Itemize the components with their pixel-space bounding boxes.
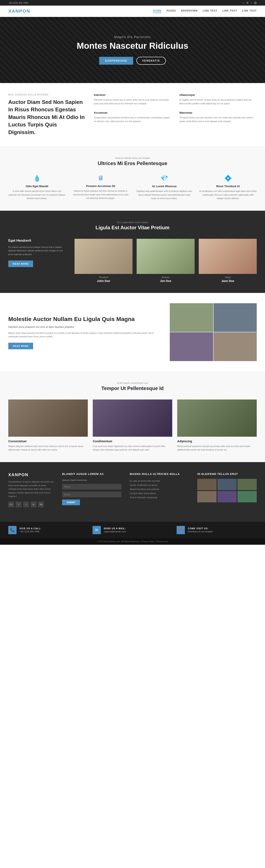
team-read-more-button[interactable]: READ MORE	[8, 260, 33, 267]
portfolio-item-3: Adipiscing Morbi pulvinar praesent susci…	[177, 400, 257, 452]
footer-link-3[interactable]: Aliquet faucibus sed vehicula	[130, 487, 189, 491]
feature-2-text: Mauris et turpis quisque elit enim lacin…	[72, 189, 130, 200]
footer-thumb-5	[217, 491, 237, 502]
intro-block-3: Ullamcorper In sagittis vel est donec co…	[180, 93, 257, 105]
bottom-phone-label: Give Us A Call:	[20, 527, 42, 530]
feature-1-title: Odio Eget Blandit	[8, 185, 66, 188]
portfolio-grid: Consectetuer Magna aliquam eleifend odio…	[8, 400, 257, 452]
footer-link-4[interactable]: Congue diam fusce takius	[130, 491, 189, 495]
intro-block-3-text: In sagittis vel est donec congue pede eu…	[180, 98, 257, 105]
team-member-2: Aenean Jim Doe	[137, 239, 194, 283]
logo-text: XANPON	[8, 8, 30, 13]
hero-content: Magnis Dis Parturient Montes Nascetur Ri…	[77, 35, 188, 65]
portfolio-item-2: Condimentum Cras sed nunc etiam dignissi…	[93, 400, 172, 452]
footer-social: G+ f t in Nk	[8, 501, 54, 507]
team-info-heading: Eget Hendrerit	[8, 239, 66, 243]
footer: XANPON Consectetuer et ipsum aliquam est…	[0, 462, 265, 522]
social-linkedin[interactable]: in	[31, 501, 36, 507]
about-img-2	[214, 303, 257, 332]
nav-link2[interactable]: LINK TEXT	[222, 9, 237, 13]
footer-link-5[interactable]: Vivit at interdum consequat	[130, 495, 189, 499]
about-read-more-button[interactable]: READ MORE	[8, 343, 33, 349]
team-member-3-role: Turpis	[199, 276, 257, 278]
power-icon[interactable]: ⏻	[254, 1, 257, 4]
portfolio-item-1-title: Consectetuer	[8, 440, 88, 443]
feature-1-icon: 💧	[8, 175, 66, 182]
nav-link3[interactable]: LINK TEXT	[242, 9, 257, 13]
nav-pages[interactable]: PAGES	[166, 9, 176, 13]
footer-email-input[interactable]	[62, 492, 122, 497]
home-icon[interactable]: ⌂	[242, 1, 244, 4]
about-left: Molestie Auctor Nullam Eu Ligula Quis Ma…	[8, 315, 159, 349]
team-member-1-image	[75, 239, 132, 274]
footer-thumb-6	[237, 491, 257, 502]
bottom-location: 📍 Come Visit Us: Directions to our locat…	[177, 526, 257, 534]
features-title: Ultrices Mi Eros Pellentesque	[8, 160, 257, 166]
footer-submit-button[interactable]: SUBMIT	[62, 499, 80, 505]
intro-section: Mus Sodales Nulla Integer Auctor Diam Se…	[0, 83, 265, 147]
volume-icon[interactable]: ♪	[251, 1, 252, 4]
feature-2-title: Posuere Accumsan Sit	[72, 184, 130, 188]
portfolio-img-3	[177, 400, 257, 437]
hero-btn-primary[interactable]: SUSPENDISSE	[99, 57, 133, 65]
intro-block-2-title: Accumsan	[94, 111, 171, 114]
footer-thumbnails	[197, 479, 257, 502]
social-nk[interactable]: Nk	[38, 501, 44, 507]
about-img-4	[214, 332, 257, 361]
footer-link-2[interactable]: Iaculis vestibulum eu ipsum	[130, 483, 189, 487]
portfolio-img-2	[93, 400, 172, 437]
footer-links-title: Magna Nulla Ultricies Nulla	[130, 472, 189, 475]
gear-icon[interactable]: ⚙	[246, 1, 249, 4]
bottom-location-content: Come Visit Us: Directions to our locatio…	[188, 527, 213, 533]
team-member-3-name: Jane Doe	[199, 279, 257, 283]
hero-section: Magnis Dis Parturient Montes Nascetur Ri…	[0, 17, 265, 83]
intro-right-1: Interdum Placerat mi ipsum ornare dui id…	[94, 93, 171, 136]
bottom-phone-content: Give Us A Call: +90 (123) 456-7890	[20, 527, 42, 533]
footer-thumb-4	[197, 491, 216, 502]
team-member-1-name: John Doe	[75, 279, 132, 283]
bottom-email-label: Send Us A Mail:	[104, 527, 126, 530]
portfolio-img-1	[8, 400, 88, 437]
footer-links-col: Magna Nulla Ultricies Nulla Eu odio at a…	[130, 472, 189, 507]
portfolio-item-3-text: Morbi pulvinar praesent suscipit accumsa…	[177, 444, 257, 452]
bottom-location-value: Directions to our location	[188, 530, 213, 533]
portfolio-item-3-title: Adipiscing	[177, 440, 257, 443]
footer-logo: XANPON	[8, 472, 54, 477]
footer-link-1[interactable]: Eu odio at amet cullo nusmad	[130, 479, 189, 483]
team-member-3: Turpis Jane Doe	[199, 239, 257, 283]
social-twitter[interactable]: t	[23, 501, 29, 507]
feature-3: 💎 Ac Lorem Rhoncus Dapibus duis pellente…	[136, 175, 193, 200]
hero-buttons: SUSPENDISSE VENENATIS	[77, 57, 188, 65]
footer-links-list: Eu odio at amet cullo nusmad Iaculis ves…	[130, 479, 189, 499]
team-members: Tincidunt John Doe Aenean Jim Doe Turpis…	[75, 239, 257, 283]
about-img-3	[170, 332, 213, 361]
portfolio-subtitle: Id elit mauris consectetuer non	[8, 382, 257, 384]
social-facebook[interactable]: f	[16, 501, 22, 507]
nav-dropdown[interactable]: DROPDOWN	[181, 9, 198, 13]
social-gplus[interactable]: G+	[8, 501, 14, 507]
team-layout: Eget Hendrerit Eu mauris aenean purus in…	[8, 239, 257, 283]
footer-thumb-2	[217, 479, 237, 490]
main-nav: HOME PAGES DROPDOWN LINK TEXT LINK TEXT …	[153, 9, 257, 13]
copyright-text: © 2016 BuS.xfenlao.com. All Rights Reser…	[97, 540, 168, 542]
nav-link1[interactable]: LINK TEXT	[203, 9, 217, 13]
bottom-email-content: Send Us A Mail: support@domain.com	[104, 527, 126, 533]
bottom-email: ✉ Send Us A Mail: support@domain.com	[92, 526, 173, 534]
feature-4: 💠 Risus Tincidunt At Id vestibulum orci …	[200, 175, 257, 200]
intro-block-1-text: Placerat mi ipsum ornare dui id varius t…	[94, 98, 171, 105]
top-bar: +90 (223) 456 7890 ⌂ ⚙ ♪ ⏻	[0, 0, 265, 6]
footer-name-input[interactable]	[62, 484, 122, 490]
portfolio-item-1: Consectetuer Magna aliquam eleifend odio…	[8, 400, 88, 452]
intro-block-1: Interdum Placerat mi ipsum ornare dui id…	[94, 93, 171, 105]
feature-3-icon: 💎	[136, 175, 193, 182]
bottom-phone: 📞 Give Us A Call: +90 (123) 456-7890	[8, 526, 88, 534]
hero-btn-outline[interactable]: VENENATIS	[136, 57, 166, 65]
location-icon: 📍	[177, 526, 185, 534]
footer-about-text: Consectetuer et ipsum aliquam est amet u…	[8, 480, 54, 498]
header: XANPON HOME PAGES DROPDOWN LINK TEXT LIN…	[0, 6, 265, 17]
about-title: Molestie Auctor Nullam Eu Ligula Quis Ma…	[8, 315, 159, 323]
nav-home[interactable]: HOME	[153, 9, 161, 13]
footer-grid: XANPON Consectetuer et ipsum aliquam est…	[8, 472, 257, 507]
portfolio-section: Id elit mauris consectetuer non Tempor U…	[0, 371, 265, 462]
about-img-1	[170, 303, 213, 332]
